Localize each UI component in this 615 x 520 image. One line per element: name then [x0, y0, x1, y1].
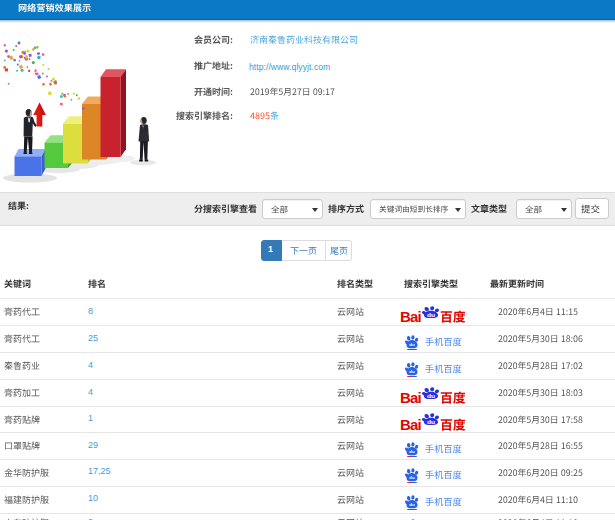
- svg-text:du: du: [409, 342, 415, 347]
- svg-text:du: du: [427, 420, 436, 425]
- svg-text:du: du: [427, 312, 436, 317]
- svg-text:du: du: [409, 449, 415, 454]
- svg-text:du: du: [409, 476, 415, 481]
- svg-text:du: du: [409, 503, 415, 508]
- svg-text:du: du: [427, 393, 436, 398]
- svg-text:du: du: [409, 369, 415, 374]
